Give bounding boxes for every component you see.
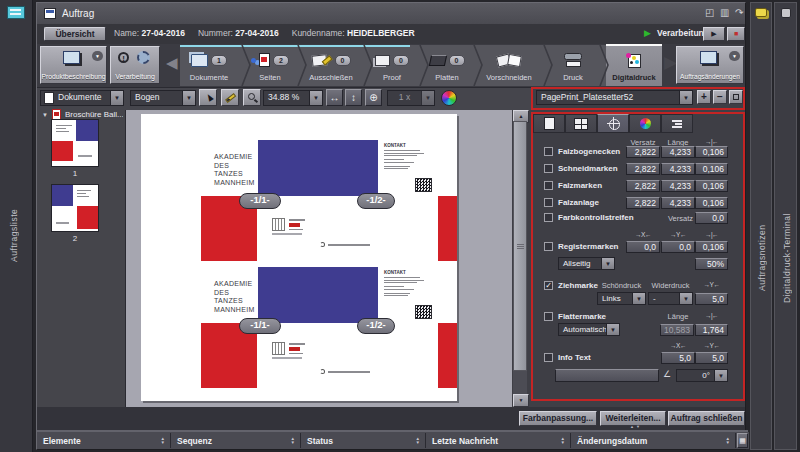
- close-job-button[interactable]: Auftrag schließen: [668, 411, 745, 426]
- step-proof[interactable]: 0 Proof: [368, 45, 424, 86]
- column-options-button[interactable]: ▦: [737, 433, 748, 448]
- falzmarken-versatz-field[interactable]: 2,822: [626, 180, 660, 192]
- schneidmarken-versatz-field[interactable]: 2,822: [626, 163, 660, 175]
- view-mode-select[interactable]: Bogen ▼: [130, 90, 196, 106]
- flattermarke-breite-field[interactable]: 1,764: [695, 324, 728, 336]
- rotate-view-button[interactable]: ⊕: [365, 89, 382, 106]
- falzanlage-breite-field[interactable]: 0,106: [695, 197, 728, 209]
- scale-select[interactable]: 1 x ▼: [387, 90, 435, 106]
- falzbogenecken-checkbox[interactable]: [544, 147, 553, 156]
- schneidmarken-checkbox[interactable]: [544, 164, 553, 173]
- canvas-scrollbar[interactable]: ▲ ▼: [513, 110, 527, 407]
- farbkontrollstreifen-checkbox[interactable]: [544, 213, 553, 222]
- infotext-y-field[interactable]: 5,0: [695, 352, 728, 364]
- marks-preset-select[interactable]: PagePrint_Platesetter52 ▼: [536, 90, 693, 105]
- flattermarke-mode-select[interactable]: Automatisch ▼: [558, 323, 620, 336]
- splitter-handle[interactable]: ▲▼: [630, 424, 640, 429]
- annotate-tool-button[interactable]: [221, 89, 239, 106]
- step-dokumente[interactable]: 1 Dokumente: [180, 45, 246, 86]
- scroll-down-button[interactable]: ▼: [513, 394, 529, 407]
- collapse-steps-icon[interactable]: ◀: [166, 54, 178, 72]
- document-tree-item[interactable]: Broschüre Ball...: [65, 110, 123, 119]
- window-compress-icon[interactable]: ◰: [705, 7, 714, 18]
- ziehmarke-checkbox[interactable]: ✓: [544, 281, 553, 290]
- infotext-input[interactable]: [555, 369, 659, 382]
- column-header-aenderungsdatum[interactable]: Änderungsdatum ▲▼: [572, 433, 736, 448]
- left-rail[interactable]: Auftragsliste: [0, 0, 33, 452]
- falzanlage-checkbox[interactable]: [544, 198, 553, 207]
- tree-collapse-icon[interactable]: ▼: [42, 112, 48, 118]
- step-druck[interactable]: Druck: [548, 45, 606, 86]
- terminal-rail[interactable]: Digitaldruck-Terminal: [774, 2, 797, 450]
- product-description-button[interactable]: ▼ Produktbeschreibung: [40, 46, 107, 84]
- step-ausschiessen[interactable]: 0 Ausschießen: [302, 45, 368, 86]
- window-tile-icon[interactable]: ▥: [720, 7, 729, 18]
- stop-processing-button[interactable]: ■: [727, 27, 745, 41]
- fit-height-button[interactable]: ↕: [345, 89, 362, 106]
- column-header-elemente[interactable]: Elemente ▲▼: [38, 433, 171, 448]
- tab-colors[interactable]: [629, 114, 661, 133]
- changes-dropdown-button[interactable]: ▼: [729, 51, 740, 61]
- notes-rail[interactable]: Auftragsnotizen: [750, 2, 772, 450]
- ziehmarke-widerdruck-select[interactable]: - ▼: [648, 292, 693, 305]
- page-thumbnail-2[interactable]: [51, 184, 99, 232]
- window-share-icon[interactable]: ↷: [735, 7, 743, 18]
- step-platten[interactable]: 0 Platten: [424, 45, 478, 86]
- sort-icon[interactable]: ▲▼: [561, 437, 565, 445]
- registermarken-y-field[interactable]: 0,0: [661, 241, 695, 253]
- product-dropdown-button[interactable]: ▼: [92, 51, 103, 61]
- tab-layout[interactable]: [565, 114, 597, 133]
- falzmarken-checkbox[interactable]: [544, 181, 553, 190]
- fit-width-button[interactable]: ↔: [326, 89, 343, 106]
- registermarken-percent-field[interactable]: 50%: [695, 258, 728, 270]
- registermarken-mode-select[interactable]: Allseitig ▼: [558, 257, 615, 270]
- job-changes-button[interactable]: ▼ Auftragsänderungen: [676, 46, 744, 84]
- titlebar[interactable]: Auftrag ◰ ▥ ↷: [37, 3, 745, 24]
- registermarken-breite-field[interactable]: 0,106: [695, 241, 728, 253]
- tab-marks[interactable]: [597, 114, 629, 133]
- schneidmarken-laenge-field[interactable]: 4,233: [661, 163, 695, 175]
- falzanlage-versatz-field[interactable]: 2,822: [626, 197, 660, 209]
- zoom-tool-button[interactable]: [243, 89, 261, 106]
- sort-icon[interactable]: ▲▼: [291, 437, 295, 445]
- infotext-checkbox[interactable]: [544, 353, 553, 362]
- falzbogenecken-laenge-field[interactable]: 4,233: [661, 146, 695, 158]
- page-thumbnail-1[interactable]: [51, 119, 99, 167]
- falzbogenecken-versatz-field[interactable]: 2,822: [626, 146, 660, 158]
- ziehmarke-schoendruck-select[interactable]: Links ▼: [597, 292, 646, 305]
- schneidmarken-breite-field[interactable]: 0,106: [695, 163, 728, 175]
- overview-button[interactable]: Übersicht: [44, 27, 106, 41]
- color-adjust-button[interactable]: Farbanpassung...: [519, 411, 597, 426]
- registermarken-checkbox[interactable]: [544, 242, 553, 251]
- sort-icon[interactable]: ▲▼: [726, 437, 730, 445]
- column-header-status[interactable]: Status ▲▼: [302, 433, 426, 448]
- falzmarken-breite-field[interactable]: 0,106: [695, 180, 728, 192]
- infotext-x-field[interactable]: 5,0: [661, 352, 695, 364]
- falzmarken-laenge-field[interactable]: 4,233: [661, 180, 695, 192]
- processing-setup-button[interactable]: ! Verarbeitung: [110, 46, 160, 84]
- ziehmarke-y-field[interactable]: 5,0: [695, 293, 728, 305]
- column-header-letzte-nachricht[interactable]: Letzte Nachricht ▲▼: [427, 433, 571, 448]
- sort-icon[interactable]: ▲▼: [416, 437, 420, 445]
- step-digitaldruck-selected[interactable]: Digitaldruck: [606, 44, 662, 86]
- remove-preset-button[interactable]: −: [713, 90, 727, 104]
- registermarken-x-field[interactable]: 0,0: [626, 241, 660, 253]
- color-wheel-icon[interactable]: [441, 90, 457, 106]
- flattermarke-laenge-field[interactable]: 10,583: [660, 324, 694, 336]
- flattermarke-checkbox[interactable]: [544, 312, 553, 321]
- falzanlage-laenge-field[interactable]: 4,233: [661, 197, 695, 209]
- zoom-level-select[interactable]: 34.88 % ▼: [263, 90, 323, 106]
- infotext-angle-select[interactable]: 0° ▼: [676, 369, 728, 382]
- tab-page[interactable]: [533, 114, 565, 133]
- falzbogenecken-breite-field[interactable]: 0,106: [695, 146, 728, 158]
- start-processing-button[interactable]: ▶: [703, 27, 725, 41]
- select-tool-button[interactable]: ▲: [199, 89, 217, 106]
- column-header-sequenz[interactable]: Sequenz ▲▼: [172, 433, 301, 448]
- step-seiten[interactable]: 2 Seiten: [246, 45, 302, 86]
- step-vorschneiden[interactable]: Vorschneiden: [478, 45, 548, 86]
- add-preset-button[interactable]: +: [697, 90, 711, 104]
- sort-icon[interactable]: ▲▼: [161, 437, 165, 445]
- maximize-panel-button[interactable]: [729, 90, 743, 104]
- scrollbar-thumb[interactable]: [513, 121, 527, 371]
- tab-output[interactable]: [661, 114, 693, 133]
